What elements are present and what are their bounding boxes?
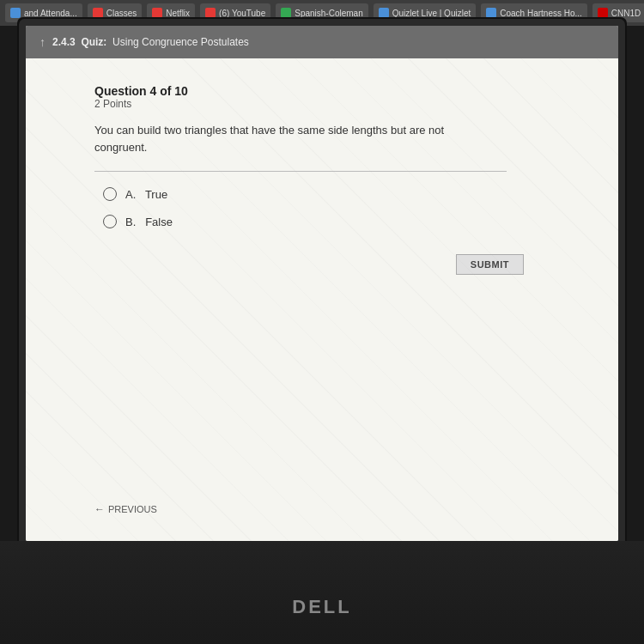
question-divider xyxy=(94,171,507,172)
tab-youtube[interactable]: (6) YouTube xyxy=(200,3,270,22)
tab-attend-icon xyxy=(10,8,21,18)
answer-a-text: True xyxy=(145,188,167,201)
answer-b-letter: B. xyxy=(125,216,136,228)
laptop-body: DELL xyxy=(0,541,644,644)
quiz-nav-title: 2.4.3 Quiz: Using Congruence Postulates xyxy=(52,36,249,48)
tab-attend[interactable]: and Attenda... xyxy=(5,3,82,22)
tab-cnn-icon xyxy=(598,8,608,18)
question-text: You can build two triangles that have th… xyxy=(94,122,472,155)
answer-a-letter: A. xyxy=(125,188,136,201)
radio-button-a[interactable] xyxy=(103,187,117,201)
answer-option-b[interactable]: B. False xyxy=(103,215,575,228)
answer-label-a: A. True xyxy=(125,188,167,201)
answer-option-a[interactable]: A. True xyxy=(103,187,575,201)
tab-spanish[interactable]: Spanish-Coleman xyxy=(276,3,368,22)
dell-logo-area: DELL xyxy=(292,596,351,618)
quiz-content-area: Question 4 of 10 2 Points You can build … xyxy=(26,58,618,541)
browser-tabs-bar: and Attenda... Classes Netflix (6) YouTu… xyxy=(0,0,644,26)
tab-spanish-icon xyxy=(281,8,291,18)
dell-logo: DELL xyxy=(292,596,351,618)
tab-youtube-icon xyxy=(205,8,216,18)
section-label: Quiz: xyxy=(81,36,106,48)
quiz-nav-bar: ↑ 2.4.3 Quiz: Using Congruence Postulate… xyxy=(26,26,618,58)
answer-label-b: B. False xyxy=(125,216,173,228)
quiz-nav-arrow-icon: ↑ xyxy=(39,35,46,49)
tab-quizlet-icon xyxy=(379,8,389,18)
section-number: 2.4.3 xyxy=(52,36,76,48)
screen-bezel: ↑ 2.4.3 Quiz: Using Congruence Postulate… xyxy=(26,26,618,541)
tab-coach[interactable]: Coach Hartness Ho... xyxy=(481,3,587,22)
submit-button[interactable]: SUBMIT xyxy=(456,254,524,275)
tab-classes[interactable]: Classes xyxy=(88,3,143,22)
question-header: Question 4 of 10 2 Points xyxy=(94,84,575,110)
previous-link[interactable]: ← PREVIOUS xyxy=(94,503,157,515)
answer-options: A. True B. False xyxy=(103,187,575,228)
submit-area: SUBMIT xyxy=(94,254,524,275)
previous-label: PREVIOUS xyxy=(108,504,157,514)
radio-button-b[interactable] xyxy=(103,215,117,228)
tab-quizlet[interactable]: Quizlet Live | Quizlet xyxy=(374,3,477,22)
answer-b-text: False xyxy=(145,216,173,228)
section-title: Using Congruence Postulates xyxy=(112,36,249,48)
tab-classes-icon xyxy=(93,8,103,18)
question-title: Question 4 of 10 xyxy=(94,84,575,98)
previous-arrow-icon: ← xyxy=(94,503,105,515)
question-points: 2 Points xyxy=(94,98,575,110)
tab-netflix[interactable]: Netflix xyxy=(147,3,195,22)
tab-coach-icon xyxy=(486,8,496,18)
tab-netflix-icon xyxy=(152,8,162,18)
tab-cnn[interactable]: CNN1D xyxy=(592,3,644,22)
